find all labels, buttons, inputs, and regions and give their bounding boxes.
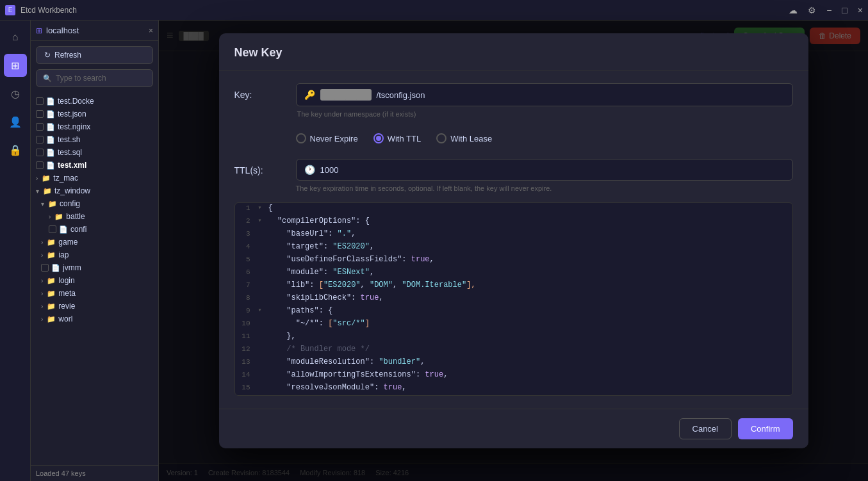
files-nav[interactable]: ⊞: [4, 54, 27, 77]
folder-icon: 📁: [48, 200, 57, 208]
tree-item-confi[interactable]: 📄 confi: [31, 223, 158, 236]
tree-item-config[interactable]: ▾ 📁 config: [31, 197, 158, 210]
refresh-button[interactable]: ↻ Refresh: [36, 46, 153, 64]
tree-item-login[interactable]: › 📁 login: [31, 274, 158, 287]
radio-label-lease: With Lease: [450, 134, 492, 143]
clock-nav[interactable]: ◷: [4, 82, 27, 105]
code-lines: 1 ▾ { 2 ▾ "compilerOptions": { 3: [235, 203, 792, 395]
loaded-keys-label: Loaded 47 keys: [36, 469, 86, 477]
tree-item-battle[interactable]: › 📁 battle: [31, 210, 158, 223]
expiry-label: [234, 128, 286, 135]
cancel-button[interactable]: Cancel: [679, 418, 732, 439]
tree-item-iap[interactable]: › 📁 iap: [31, 249, 158, 261]
code-editor[interactable]: 1 ▾ { 2 ▾ "compilerOptions": { 3: [234, 202, 793, 396]
key-form-row: Key: 🔑 ████████ /tsconfig.json The key u…: [234, 83, 793, 118]
folder-icon: 📁: [43, 187, 52, 195]
chevron-right-icon: ›: [41, 277, 43, 284]
maximize-button[interactable]: □: [842, 5, 847, 15]
file-name: test.json: [58, 110, 86, 118]
folder-name: game: [58, 238, 78, 247]
tree-item-test-sh[interactable]: 📄 test.sh: [31, 133, 158, 146]
key-icon: 🔑: [304, 90, 315, 100]
folder-icon: 📁: [47, 302, 56, 311]
radio-label-never: Never Expire: [310, 134, 358, 143]
minimize-button[interactable]: −: [826, 5, 831, 15]
main-content: ≡ ████ /test.xml Copy And Save 🗑 Delete …: [159, 20, 868, 481]
refresh-label: Refresh: [54, 51, 81, 60]
file-icon: 📄: [46, 97, 55, 106]
chevron-right-icon: ›: [49, 213, 51, 220]
ttl-value: 1000: [320, 165, 339, 175]
key-input-wrapper[interactable]: 🔑 ████████ /tsconfig.json: [296, 83, 793, 106]
checkbox[interactable]: [49, 225, 56, 233]
tree-item-test-nginx[interactable]: 📄 test.nginx: [31, 120, 158, 133]
file-icon: 📄: [46, 123, 55, 131]
checkbox[interactable]: [36, 149, 44, 156]
folder-name: tz_window: [54, 186, 90, 195]
radio-with-lease[interactable]: With Lease: [436, 133, 492, 143]
search-box[interactable]: 🔍 Type to search: [36, 69, 153, 87]
key-path: /tsconfig.json: [377, 90, 425, 100]
folder-name: iap: [58, 250, 69, 259]
close-tab-button[interactable]: ×: [149, 26, 153, 35]
radio-never-expire[interactable]: Never Expire: [296, 133, 358, 143]
key-hint: The key under namespace (if it exists): [296, 110, 793, 118]
checkbox[interactable]: [36, 110, 44, 118]
code-line-1: 1 ▾ {: [235, 203, 792, 216]
checkbox[interactable]: [36, 123, 44, 131]
key-label: Key:: [234, 83, 286, 100]
folder-name: battle: [66, 212, 85, 221]
tree-item-tz-window[interactable]: ▾ 📁 tz_window: [31, 184, 158, 197]
tree-item-revie[interactable]: › 📁 revie: [31, 300, 158, 313]
file-name: test.xml: [58, 161, 86, 170]
app-icon: E: [5, 5, 15, 15]
users-nav[interactable]: 👤: [4, 110, 27, 133]
tree-item-test-json[interactable]: 📄 test.json: [31, 108, 158, 120]
chevron-down-icon: ▾: [36, 188, 39, 195]
tree-item-tz-mac[interactable]: › 📁 tz_mac: [31, 172, 158, 184]
code-line-12: 12 /* Bundler mode */: [235, 344, 792, 357]
radio-circle-never: [296, 133, 306, 143]
chevron-right-icon: ›: [41, 303, 43, 310]
checkbox[interactable]: [41, 264, 49, 272]
app-title: Etcd Workbench: [20, 6, 77, 15]
close-button[interactable]: ×: [858, 5, 863, 15]
dialog-body: Key: 🔑 ████████ /tsconfig.json The key u…: [219, 70, 808, 409]
file-name: jvmm: [63, 263, 81, 272]
dialog-title: New Key: [234, 46, 283, 59]
checkbox[interactable]: [36, 97, 44, 105]
chevron-right-icon: ›: [41, 252, 43, 259]
confirm-button[interactable]: Confirm: [738, 418, 793, 439]
checkbox[interactable]: [36, 136, 44, 143]
code-line-15: 15 "resolveJsonModule": true,: [235, 382, 792, 395]
lock-nav[interactable]: 🔒: [4, 138, 27, 161]
expiry-field: Never Expire With TTL With Lease: [296, 128, 793, 149]
tree-item-test-docker[interactable]: 📄 test.Docke: [31, 95, 158, 108]
window-controls: ☁ ⚙ − □ ×: [789, 5, 863, 15]
folder-name: revie: [58, 302, 75, 311]
code-line-7: 7 "lib": ["ES2020", "DOM", "DOM.Iterable…: [235, 280, 792, 293]
key-redacted: ████████: [320, 89, 372, 101]
new-key-dialog: New Key Key: 🔑 ████████ /tsconfig.json T…: [219, 33, 808, 448]
tree-item-game[interactable]: › 📁 game: [31, 236, 158, 249]
file-icon: 📄: [59, 225, 68, 234]
tree-item-test-xml[interactable]: 📄 test.xml: [31, 159, 158, 172]
code-line-3: 3 "baseUrl": ".",: [235, 229, 792, 241]
folder-icon: 📁: [47, 251, 56, 259]
radio-with-ttl[interactable]: With TTL: [373, 133, 422, 143]
tree-item-test-sql[interactable]: 📄 test.sql: [31, 146, 158, 159]
folder-icon: 📁: [47, 289, 56, 298]
home-nav[interactable]: ⌂: [4, 26, 27, 49]
checkbox[interactable]: [36, 161, 44, 169]
settings-icon[interactable]: ⚙: [808, 5, 816, 15]
chevron-right-icon: ›: [36, 175, 38, 182]
cloud-icon[interactable]: ☁: [789, 5, 798, 15]
tree-item-jvmm[interactable]: 📄 jvmm: [31, 261, 158, 274]
clock-icon: 🕐: [304, 165, 315, 175]
chevron-right-icon: ›: [41, 290, 43, 297]
tree-item-worl[interactable]: › 📁 worl: [31, 313, 158, 325]
title-bar: E Etcd Workbench ☁ ⚙ − □ ×: [0, 0, 868, 20]
ttl-input-wrapper[interactable]: 🕐 1000: [296, 159, 793, 181]
tree-item-meta[interactable]: › 📁 meta: [31, 287, 158, 300]
radio-group: Never Expire With TTL With Lease: [296, 128, 793, 149]
